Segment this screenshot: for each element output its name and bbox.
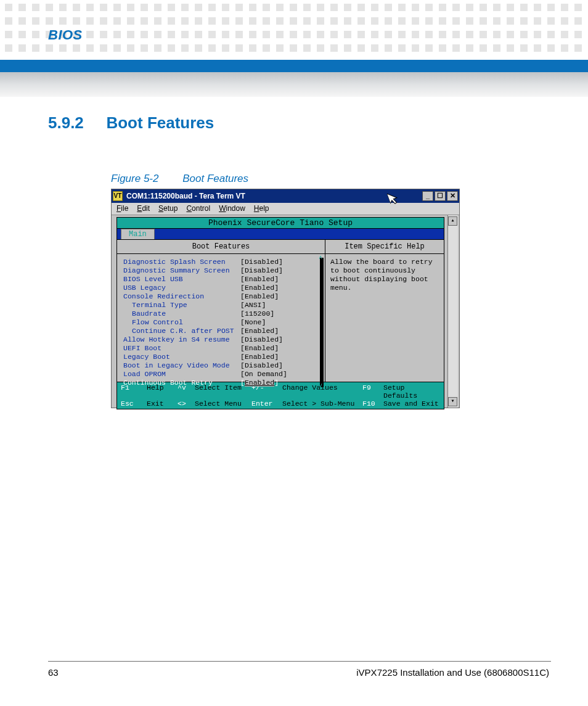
tab-main[interactable]: Main <box>121 229 155 239</box>
setting-value[interactable]: [Enabled] <box>240 292 308 301</box>
setting-value[interactable]: [Enabled] <box>240 344 308 353</box>
hk-select-menu: Select Menu <box>195 400 251 408</box>
header-pattern <box>0 0 588 56</box>
document-title: iVPX7225 Installation and Use (6806800S1… <box>356 667 549 678</box>
menu-control[interactable]: Control <box>186 204 210 213</box>
hk-submenu: Select > Sub-Menu <box>282 400 362 408</box>
page-number: 63 <box>48 667 59 678</box>
setting-value-selected[interactable]: [Enabled] <box>240 379 308 387</box>
setting-value[interactable]: [Enabled] <box>240 284 308 292</box>
section-heading: 5.9.2 Boot Features <box>48 113 214 133</box>
bios-area[interactable]: ▴ ▾ Phoenix SecureCore Tiano Setup Main … <box>112 215 459 408</box>
setting-value[interactable]: [Disabled] <box>240 361 308 370</box>
section-title: Boot Features <box>106 113 214 132</box>
setting-value[interactable]: [Disabled] <box>240 335 308 344</box>
scroll-down-button[interactable]: ▾ <box>448 397 457 406</box>
setting-values-col: [Disabled][Disabled][Enabled][Enabled][E… <box>240 258 308 387</box>
setting-value[interactable]: [On Demand] <box>240 370 308 379</box>
setting-name[interactable]: Diagnostic Splash Screen <box>123 258 240 266</box>
header-blue-bar <box>0 60 588 72</box>
window-title: COM1:115200baud - Tera Term VT <box>126 192 245 200</box>
setting-name[interactable]: Baudrate <box>123 310 240 318</box>
bios-panels: Boot Features Diagnostic Splash ScreenDi… <box>116 239 444 382</box>
settings-list[interactable]: Diagnostic Splash ScreenDiagnostic Summa… <box>117 254 325 391</box>
menu-setup[interactable]: Setup <box>158 204 178 213</box>
menu-edit[interactable]: Edit <box>137 204 150 213</box>
settings-panel: Boot Features Diagnostic Splash ScreenDi… <box>117 240 325 382</box>
inner-scrollbar[interactable]: ^ v <box>320 258 324 387</box>
setting-name-selected[interactable]: Continuous Boot Retry <box>123 379 240 387</box>
hk-arrows-h: <> <box>178 400 195 408</box>
menu-window[interactable]: Window <box>219 204 245 213</box>
hk-exit: Exit <box>147 400 178 408</box>
help-panel: Item Specific Help Allow the board to re… <box>325 240 444 382</box>
setting-value[interactable]: [Enabled] <box>240 327 308 335</box>
app-icon: VT <box>113 191 123 201</box>
setting-value[interactable]: [ANSI] <box>240 301 308 310</box>
help-panel-header: Item Specific Help <box>325 240 444 254</box>
setting-name[interactable]: Continue C.R. after POST <box>123 327 240 335</box>
settings-panel-header: Boot Features <box>117 240 325 254</box>
setting-name[interactable]: Diagnostic Summary Screen <box>123 266 240 275</box>
setting-value[interactable]: [Enabled] <box>240 353 308 361</box>
setting-name[interactable]: BIOS Level USB <box>123 275 240 284</box>
scrollbar[interactable]: ▴ ▾ <box>447 215 458 408</box>
hk-setup-defaults: Setup Defaults <box>383 384 440 400</box>
menu-file[interactable]: File <box>116 204 128 213</box>
setting-name[interactable]: Boot in Legacy Video Mode <box>123 361 240 370</box>
close-button[interactable]: ✕ <box>447 191 458 201</box>
setting-name[interactable]: Load OPROM <box>123 370 240 379</box>
footer-rule <box>48 661 551 662</box>
setting-name[interactable]: Flow Control <box>123 318 240 327</box>
scroll-up-button[interactable]: ▴ <box>448 216 457 226</box>
setting-value[interactable]: [Disabled] <box>240 258 308 266</box>
setting-value[interactable]: [115200] <box>240 310 308 318</box>
setting-name[interactable]: Allow Hotkey in S4 resume <box>123 335 240 344</box>
setting-value[interactable]: [Enabled] <box>240 275 308 284</box>
maximize-button[interactable]: ☐ <box>435 191 446 201</box>
setting-value[interactable]: [None] <box>240 318 308 327</box>
figure-label: Figure 5-2 <box>111 173 158 184</box>
figure-title: Boot Features <box>182 173 248 184</box>
figure-caption: Figure 5-2 Boot Features <box>111 173 248 185</box>
titlebar[interactable]: VT COM1:115200baud - Tera Term VT _ ☐ ✕ <box>112 189 459 203</box>
caret-down-icon: v <box>319 382 322 390</box>
hk-esc: Esc <box>121 400 147 408</box>
hk-f10: F10 <box>362 400 383 408</box>
setting-value[interactable]: [Disabled] <box>240 266 308 275</box>
hk-f9: F9 <box>362 384 383 400</box>
setting-names-col: Diagnostic Splash ScreenDiagnostic Summa… <box>123 258 240 387</box>
setting-name[interactable]: Legacy Boot <box>123 353 240 361</box>
hk-enter: Enter <box>251 400 282 408</box>
hk-save-exit: Save and Exit <box>383 400 440 408</box>
caret-up-icon: ^ <box>319 255 322 263</box>
terminal-window: VT COM1:115200baud - Tera Term VT _ ☐ ✕ … <box>111 189 460 408</box>
minimize-button[interactable]: _ <box>422 191 433 201</box>
bios-product-title: Phoenix SecureCore Tiano Setup <box>116 217 444 229</box>
setting-name[interactable]: USB Legacy <box>123 284 240 292</box>
menubar[interactable]: File Edit Setup Control Window Help <box>112 203 459 215</box>
header-grey-bar <box>0 72 588 97</box>
setting-name[interactable]: Terminal Type <box>123 301 240 310</box>
section-number: 5.9.2 <box>48 113 104 133</box>
chapter-title: BIOS <box>48 27 83 43</box>
menu-help[interactable]: Help <box>254 204 269 213</box>
setting-name[interactable]: Console Redirection <box>123 292 240 301</box>
bios-tab-row: Main <box>116 229 444 239</box>
help-text: Allow the board to retry to boot continu… <box>325 254 444 296</box>
setting-name[interactable]: UEFI Boot <box>123 344 240 353</box>
